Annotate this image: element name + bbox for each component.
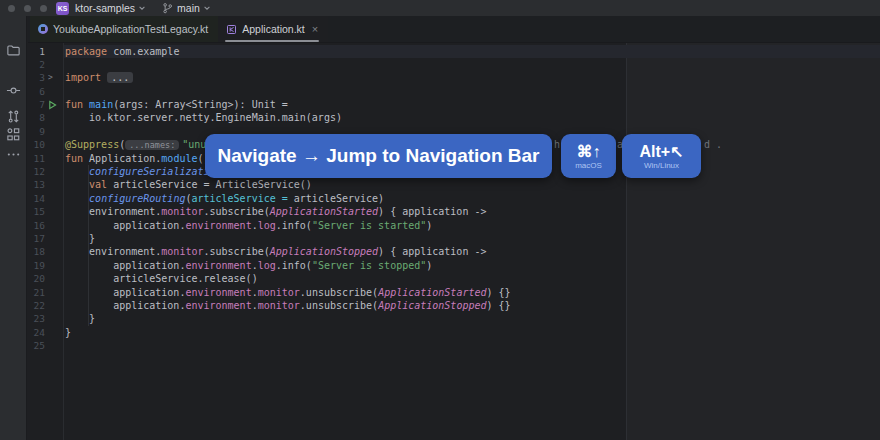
line-number: 19 [28,259,45,272]
editor-tab-application-kt[interactable]: Application.kt× [218,16,328,42]
winlinux-platform-label: Win/Linux [644,160,679,171]
line-number: 13 [28,178,45,191]
line-number: 20 [28,272,45,285]
code-line: 8 io.ktor.server.netty.EngineMain.main(a… [28,111,880,124]
winlinux-shortcut-keys: Alt+↖ [639,143,683,160]
tab-close-icon[interactable]: × [312,24,318,35]
code-line: 16 application.environment.log.info("Ser… [28,219,880,232]
code-text: } [65,312,95,325]
fold-arrow-icon[interactable]: > [48,71,62,84]
kotlin-file-icon [226,24,237,35]
code-text: environment.monitor.subscribe(Applicatio… [65,205,486,218]
line-number: 17 [28,232,45,245]
code-text: import ... [65,71,133,84]
code-text: io.ktor.server.netty.EngineMain.main(arg… [65,111,342,124]
line-number: 9 [28,125,45,138]
project-folder-icon[interactable] [0,39,27,61]
code-line: 2 [28,58,880,71]
line-number: 21 [28,286,45,299]
code-text: application.environment.monitor.unsubscr… [65,299,511,312]
git-branch-icon [162,2,173,14]
line-number: 7 [28,98,45,111]
line-number: 1 [28,45,45,58]
title-bar: KS ktor-samples main [0,0,880,16]
window-minimize-button[interactable] [24,5,31,12]
code-line: 13 val articleService = ArticleService() [28,178,880,191]
line-number: 22 [28,299,45,312]
folded-imports[interactable]: ... [107,72,133,83]
code-line: 1package com.example [28,45,880,58]
code-editor[interactable]: 1package com.example23>import ...67fun m… [28,43,880,440]
code-text: application.environment.monitor.unsubscr… [65,286,511,299]
code-text: } [65,232,95,245]
code-line: 25 [28,339,880,352]
window-close-button[interactable] [8,5,15,12]
line-number: 24 [28,326,45,339]
editor-tab-bar: YoukubeApplicationTestLegacy.ktApplicati… [28,16,880,43]
shortcut-badge-macos: ⌘↑ macOS [561,134,616,178]
line-number: 12 [28,165,45,178]
code-text: package com.example [65,45,179,58]
code-line: 24} [28,326,880,339]
code-text: configureRouting(articleService = articl… [65,192,384,205]
line-number: 23 [28,312,45,325]
chevron-down-icon[interactable] [138,4,146,12]
code-line: 23 } [28,312,880,325]
code-line: 21 application.environment.monitor.unsub… [28,286,880,299]
code-lines: 1package com.example23>import ...67fun m… [28,45,880,353]
window-controls[interactable] [8,5,47,12]
editor-tab-youkubeapplicationtestlegacy-kt[interactable]: YoukubeApplicationTestLegacy.kt [30,16,218,42]
code-text: fun Application.module() { [65,152,222,165]
line-number: 18 [28,245,45,258]
chevron-down-icon [203,4,211,12]
line-number: 25 [28,339,45,352]
project-widget[interactable]: ktor-samples [75,2,135,14]
code-line: 20 articleService.release() [28,272,880,285]
shortcut-overlay-title: Navigate → Jump to Navigation Bar [205,134,552,178]
comment-fragment: d . [704,138,722,151]
code-text: val articleService = ArticleService() [65,178,312,191]
kotlin-test-class-icon [38,24,48,34]
branch-name: main [177,2,200,14]
code-text: application.environment.log.info("Server… [65,219,432,232]
macos-platform-label: macOS [575,160,602,171]
tab-label: YoukubeApplicationTestLegacy.kt [53,23,208,35]
vcs-widget[interactable]: main [162,2,211,14]
line-number: 11 [28,152,45,165]
tab-label: Application.kt [242,23,304,35]
code-text: articleService.release() [65,272,258,285]
run-gutter-icon[interactable] [48,98,62,111]
code-text: } [65,326,71,339]
code-text: environment.monitor.subscribe(Applicatio… [65,245,486,258]
code-line: 15 environment.monitor.subscribe(Applica… [28,205,880,218]
line-number: 3 [28,71,45,84]
more-tool-windows-icon[interactable] [0,143,27,165]
tool-window-stripe [0,16,27,440]
code-line: 3>import ... [28,71,880,84]
line-number: 6 [28,85,45,98]
line-number: 8 [28,111,45,124]
window-zoom-button[interactable] [40,5,47,12]
line-number: 10 [28,138,45,151]
macos-shortcut-keys: ⌘↑ [577,143,601,160]
parameter-hint-inlay: ...names: [125,140,179,150]
project-icon: KS [56,2,69,15]
code-line: 19 application.environment.log.info("Ser… [28,259,880,272]
structure-icon[interactable] [0,123,27,145]
shortcut-badge-winlinux: Alt+↖ Win/Linux [622,134,701,178]
line-number: 15 [28,205,45,218]
code-line: 17 } [28,232,880,245]
code-text: fun main(args: Array<String>): Unit = [65,98,288,111]
code-line: 7fun main(args: Array<String>): Unit = [28,98,880,111]
ide-window: KS ktor-samples main YoukubeApplicationT… [0,0,880,440]
code-line: 6 [28,85,880,98]
line-number: 14 [28,192,45,205]
commit-icon[interactable] [0,79,27,101]
code-text: application.environment.log.info("Server… [65,259,432,272]
code-line: 18 environment.monitor.subscribe(Applica… [28,245,880,258]
code-line: 22 application.environment.monitor.unsub… [28,299,880,312]
line-number: 16 [28,219,45,232]
code-line: 14 configureRouting(articleService = art… [28,192,880,205]
comment-fragment: h [554,138,560,151]
line-number: 2 [28,58,45,71]
